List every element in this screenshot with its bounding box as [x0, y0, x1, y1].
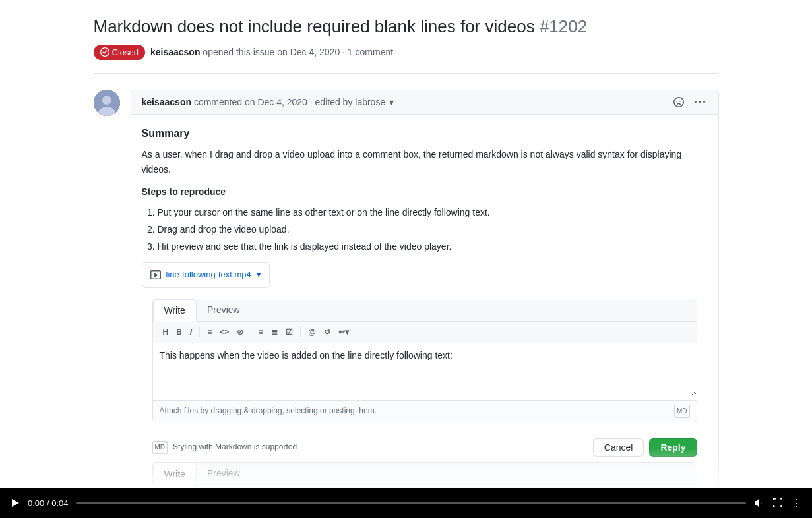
fullscreen-button[interactable]	[772, 498, 783, 508]
toolbar-olist[interactable]: ≣	[268, 326, 281, 339]
toolbar-mention[interactable]: @	[305, 326, 319, 339]
list-item: Hit preview and see that the link is dis…	[158, 239, 708, 254]
video-player-bar: 0:00 / 0:04 ⋮	[0, 488, 812, 518]
status-badge: Closed	[94, 45, 145, 60]
reply-box-1: Write Preview H B I ≡ <> ⊘ ≡ ≣ ☑	[152, 299, 697, 422]
summary-heading: Summary	[142, 125, 708, 142]
issue-title: Markdown does not include required blank…	[94, 16, 719, 38]
toolbar-bold[interactable]: B	[173, 326, 185, 339]
comment-header-right	[671, 96, 708, 109]
comment-block: keisaacson commented on Dec 4, 2020 · ed…	[94, 90, 719, 518]
author-link[interactable]: keisaacson	[150, 47, 201, 57]
comment-date: Dec 4, 2020	[257, 97, 307, 107]
attach-hint: Attach files by dragging & dropping, sel…	[160, 405, 377, 417]
attach-info-1: Attach files by dragging & dropping, sel…	[153, 400, 697, 422]
commented-on: commented on	[194, 97, 258, 107]
list-item: Drag and drop the video upload.	[158, 222, 708, 237]
meta-action: opened this issue on	[203, 47, 290, 57]
video-attachment[interactable]: line-following-text.mp4 ▾	[142, 262, 270, 288]
reply-button[interactable]: Reply	[649, 438, 697, 457]
steps-list: Put your cursor on the same line as othe…	[142, 205, 708, 254]
play-icon	[11, 498, 20, 507]
reply-tabs-1: Write Preview	[153, 299, 697, 322]
section-divider	[94, 73, 719, 74]
tab-preview-2[interactable]: Preview	[197, 463, 251, 484]
issue-meta-row: Closed keisaacson opened this issue on D…	[94, 45, 719, 60]
toolbar-divider-2	[251, 327, 251, 337]
closed-icon	[100, 47, 109, 57]
summary-text: As a user, when I drag and drop a video …	[142, 147, 708, 177]
tab-write-2[interactable]: Write	[153, 463, 197, 485]
comment-count: 1 comment	[348, 47, 393, 57]
video-icon	[150, 270, 161, 280]
edited-by: edited by labrose	[315, 97, 386, 107]
toolbar-code[interactable]: <>	[216, 326, 232, 339]
issue-title-text: Markdown does not include required blank…	[94, 16, 535, 36]
toolbar-1: H B I ≡ <> ⊘ ≡ ≣ ☑ @ ↺ ↩▾	[153, 322, 697, 343]
comment-header: keisaacson commented on Dec 4, 2020 · ed…	[131, 90, 718, 115]
video-progress-bar[interactable]	[76, 502, 746, 504]
svg-point-1	[102, 96, 111, 105]
meta-separator: ·	[342, 47, 348, 57]
attachment-dropdown[interactable]: ▾	[257, 268, 261, 282]
volume-button[interactable]	[754, 498, 765, 508]
attachment-name: line-following-text.mp4	[166, 268, 251, 282]
time-current: 0:00	[28, 498, 44, 508]
emoji-button[interactable]	[671, 96, 687, 109]
edit-dropdown-arrow[interactable]: ▾	[389, 97, 394, 107]
edited-separator: ·	[310, 97, 315, 107]
avatar	[94, 90, 120, 116]
fullscreen-icon	[772, 498, 783, 508]
reply-tabs-2: Write Preview	[153, 463, 697, 485]
more-options-button[interactable]	[692, 96, 708, 109]
toolbar-undo[interactable]: ↩▾	[335, 326, 352, 339]
reply-footer-1: MD Styling with Markdown is supported Ca…	[142, 433, 708, 462]
toolbar-ref[interactable]: ↺	[321, 326, 334, 339]
markdown-icon-small: MD	[674, 405, 690, 418]
markdown-note: MD Styling with Markdown is supported	[152, 441, 297, 454]
toolbar-quote[interactable]: ≡	[204, 326, 215, 339]
comment-body: Summary As a user, when I drag and drop …	[131, 115, 718, 518]
time-display: 0:00 / 0:04	[28, 498, 68, 508]
issue-number: #1202	[540, 16, 587, 36]
time-total: 0:04	[51, 498, 68, 508]
list-item: Put your cursor on the same line as othe…	[158, 205, 708, 219]
toolbar-italic[interactable]: I	[187, 326, 195, 339]
comment-card: keisaacson commented on Dec 4, 2020 · ed…	[131, 90, 719, 518]
badge-label: Closed	[112, 47, 139, 57]
markdown-note-text: Styling with Markdown is supported	[173, 441, 297, 453]
cancel-button[interactable]: Cancel	[593, 438, 644, 457]
issue-date: Dec 4, 2020	[290, 47, 340, 57]
volume-icon	[754, 498, 765, 508]
issue-meta-text: keisaacson opened this issue on Dec 4, 2…	[150, 47, 393, 57]
footer-actions: Cancel Reply	[593, 438, 697, 457]
comment-header-left: keisaacson commented on Dec 4, 2020 · ed…	[142, 97, 394, 107]
toolbar-heading[interactable]: H	[160, 326, 172, 339]
steps-heading: Steps to reproduce	[142, 185, 708, 199]
toolbar-divider-3	[300, 327, 301, 337]
video-more-button[interactable]: ⋮	[791, 497, 801, 509]
play-button[interactable]	[11, 498, 20, 507]
toolbar-link[interactable]: ⊘	[234, 326, 247, 339]
tab-write-1[interactable]: Write	[153, 299, 197, 322]
md-icon: MD	[152, 441, 168, 454]
toolbar-task[interactable]: ☑	[282, 326, 296, 339]
reply-textarea-1[interactable]	[153, 343, 697, 396]
toolbar-ulist[interactable]: ≡	[255, 326, 266, 339]
toolbar-divider	[199, 327, 200, 337]
commenter-name[interactable]: keisaacson	[142, 97, 192, 107]
svg-marker-3	[12, 499, 19, 507]
tab-preview-1[interactable]: Preview	[197, 299, 251, 321]
